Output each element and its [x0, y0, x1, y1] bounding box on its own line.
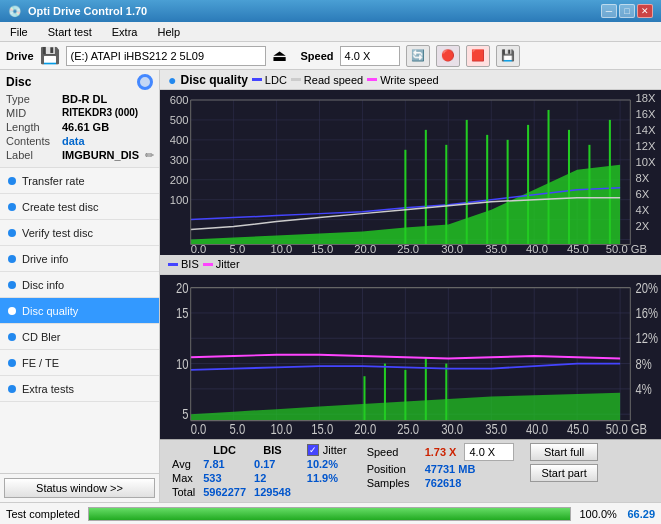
disc-label-row: Label IMGBURN_DIS ✏	[6, 148, 153, 163]
progress-percent: 100.0%	[579, 508, 619, 520]
progress-bar-container	[88, 507, 571, 521]
svg-text:16%: 16%	[635, 305, 657, 320]
disc-type-key: Type	[6, 93, 58, 105]
app-title: Opti Drive Control 1.70	[28, 5, 147, 17]
nav-items: Transfer rate Create test disc Verify te…	[0, 168, 159, 473]
legend-ldc: LDC	[252, 74, 287, 86]
legend-write-speed: Write speed	[367, 74, 439, 86]
menu-extra[interactable]: Extra	[106, 24, 144, 40]
titlebar-controls[interactable]: ─ □ ✕	[601, 4, 653, 18]
disc-section: Disc Type BD-R DL MID RITEKDR3 (000) Len…	[0, 70, 159, 168]
nav-cd-bler[interactable]: CD Bler	[0, 324, 159, 350]
start-part-button[interactable]: Start part	[530, 464, 597, 482]
chart2-wrapper: 20 15 10 5 20% 16% 12% 8% 4% 0.0 5.0 10.…	[160, 275, 661, 440]
disc-contents-val: data	[62, 135, 85, 147]
max-label: Max	[168, 471, 199, 485]
drive-icon: 💾	[40, 46, 60, 65]
start-buttons: Start full Start part	[530, 443, 597, 482]
nav-dot	[8, 359, 16, 367]
svg-text:20.0: 20.0	[354, 422, 376, 437]
button3[interactable]: 🟥	[466, 45, 490, 67]
svg-text:6X: 6X	[635, 188, 649, 200]
nav-fe-te[interactable]: FE / TE	[0, 350, 159, 376]
legend-bis-dot	[168, 263, 178, 266]
disc-contents-row: Contents data	[6, 134, 153, 148]
position-val: 47731 MB	[425, 463, 476, 475]
legend-ldc-dot	[252, 78, 262, 81]
nav-dot	[8, 307, 16, 315]
svg-text:30.0: 30.0	[441, 422, 463, 437]
legend-read-dot	[291, 78, 301, 81]
speed-dropdown[interactable]: 4.0 X	[464, 443, 514, 461]
status-window-button[interactable]: Status window >>	[4, 478, 155, 498]
close-button[interactable]: ✕	[637, 4, 653, 18]
edit-icon[interactable]: ✏	[145, 149, 154, 162]
speed-select[interactable]: 4.0 X	[340, 46, 400, 66]
start-full-button[interactable]: Start full	[530, 443, 597, 461]
status-section: Status window >>	[0, 473, 159, 502]
menu-help[interactable]: Help	[151, 24, 186, 40]
legend-read-speed: Read speed	[291, 74, 363, 86]
total-label: Total	[168, 485, 199, 499]
svg-text:2X: 2X	[635, 220, 649, 232]
svg-text:4%: 4%	[635, 381, 651, 396]
menu-file[interactable]: File	[4, 24, 34, 40]
svg-text:16X: 16X	[635, 108, 656, 120]
disc-title: Disc	[6, 75, 31, 89]
nav-dot	[8, 177, 16, 185]
nav-disc-info[interactable]: Disc info	[0, 272, 159, 298]
disc-icon	[137, 74, 153, 90]
speed-info: Speed 1.73 X 4.0 X Position 47731 MB Sam…	[367, 443, 515, 489]
svg-text:18X: 18X	[635, 92, 656, 104]
titlebar: 💿 Opti Drive Control 1.70 ─ □ ✕	[0, 0, 661, 22]
progress-area: Test completed 100.0% 66.29	[0, 502, 661, 524]
legend-jitter-dot	[203, 263, 213, 266]
svg-text:0.0: 0.0	[191, 422, 207, 437]
svg-text:5: 5	[182, 407, 188, 422]
nav-verify-test-disc[interactable]: Verify test disc	[0, 220, 159, 246]
total-ldc: 5962277	[199, 485, 250, 499]
chart1-title: Disc quality	[180, 73, 247, 87]
nav-disc-quality[interactable]: Disc quality	[0, 298, 159, 324]
drive-label: Drive	[6, 50, 34, 62]
nav-extra-tests[interactable]: Extra tests	[0, 376, 159, 402]
samples-val: 762618	[425, 477, 462, 489]
disc-type-row: Type BD-R DL	[6, 92, 153, 106]
svg-text:100: 100	[170, 194, 189, 206]
nav-drive-info[interactable]: Drive info	[0, 246, 159, 272]
nav-create-test-disc[interactable]: Create test disc	[0, 194, 159, 220]
disc-length-val: 46.61 GB	[62, 121, 109, 133]
svg-text:45.0: 45.0	[567, 422, 589, 437]
maximize-button[interactable]: □	[619, 4, 635, 18]
legend-bis: BIS	[168, 258, 199, 270]
jitter-label: Jitter	[323, 444, 347, 456]
right-panel: ● Disc quality LDC Read speed Write spee…	[160, 70, 661, 502]
chart2-header: BIS Jitter	[160, 255, 661, 275]
chart1-svg: 600 500 400 300 200 100 18X 16X 14X 12X …	[160, 90, 661, 255]
chart1-header: ● Disc quality LDC Read speed Write spee…	[160, 70, 661, 90]
avg-bis: 0.17	[250, 457, 295, 471]
svg-text:12%: 12%	[635, 331, 657, 346]
svg-text:50.0 GB: 50.0 GB	[606, 422, 647, 437]
drive-select[interactable]: (E:) ATAPI iHBS212 2 5L09	[66, 46, 266, 66]
speed-speed-val: 1.73 X	[425, 446, 457, 458]
nav-transfer-rate[interactable]: Transfer rate	[0, 168, 159, 194]
speed-row3: Samples 762618	[367, 477, 515, 489]
left-panel: Disc Type BD-R DL MID RITEKDR3 (000) Len…	[0, 70, 160, 502]
button2[interactable]: 🔴	[436, 45, 460, 67]
titlebar-left: 💿 Opti Drive Control 1.70	[8, 5, 147, 18]
menu-start-test[interactable]: Start test	[42, 24, 98, 40]
max-jitter: 11.9%	[303, 471, 351, 485]
save-button[interactable]: 💾	[496, 45, 520, 67]
jitter-checkbox[interactable]: ✓	[307, 444, 319, 456]
svg-text:400: 400	[170, 134, 189, 146]
app-icon: 💿	[8, 5, 22, 18]
refresh-button[interactable]: 🔄	[406, 45, 430, 67]
speed-row1: Speed 1.73 X 4.0 X	[367, 443, 515, 461]
svg-text:20%: 20%	[635, 280, 657, 295]
disc-label-val: IMGBURN_DIS	[62, 149, 139, 162]
samples-label: Samples	[367, 477, 417, 489]
main-area: Disc Type BD-R DL MID RITEKDR3 (000) Len…	[0, 70, 661, 502]
minimize-button[interactable]: ─	[601, 4, 617, 18]
eject-icon[interactable]: ⏏	[272, 46, 287, 65]
